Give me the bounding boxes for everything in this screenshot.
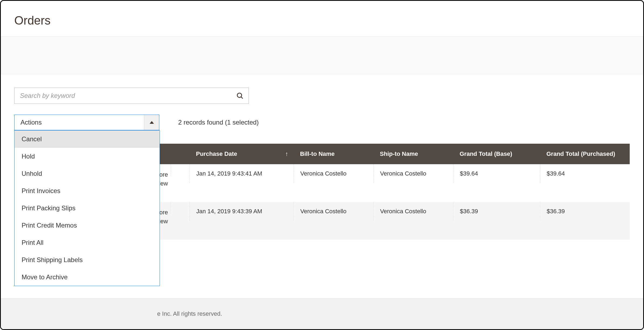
column-header-ship-to[interactable]: Ship-to Name (373, 145, 453, 163)
actions-item-print-invoices[interactable]: Print Invoices (15, 182, 160, 200)
column-header-label: Purchase Date (196, 150, 237, 157)
column-header-bill-to[interactable]: Bill-to Name (294, 145, 373, 163)
search-input[interactable] (19, 92, 236, 100)
column-header-checkbox[interactable] (171, 148, 190, 160)
actions-item-unhold[interactable]: Unhold (15, 165, 160, 182)
cell-bill-to: Veronica Costello (294, 202, 373, 221)
actions-dropdown-toggle[interactable] (144, 115, 159, 130)
actions-dropdown-menu: Cancel Hold Unhold Print Invoices Print … (14, 130, 160, 286)
svg-line-1 (241, 97, 243, 98)
cell-grand-purchased: $36.39 (540, 202, 632, 221)
cell-grand-purchased: $39.64 (540, 164, 632, 183)
footer-text: e Inc. All rights reserved. (157, 310, 222, 317)
cell-purchase-date: Jan 14, 2019 9:43:41 AM (190, 164, 294, 183)
page-title: Orders (14, 14, 630, 27)
cell-purchase-date: Jan 14, 2019 9:43:39 AM (190, 202, 294, 221)
sort-ascending-icon: ↑ (285, 150, 288, 157)
cell-checkbox[interactable] (171, 202, 190, 214)
cell-ship-to: Veronica Costello (373, 202, 453, 221)
cell-grand-base: $39.64 (453, 164, 540, 183)
actions-dropdown-label[interactable]: Actions (15, 115, 144, 130)
actions-item-hold[interactable]: Hold (15, 148, 160, 165)
actions-item-print-shipping-labels[interactable]: Print Shipping Labels (15, 251, 160, 269)
actions-item-move-to-archive[interactable]: Move to Archive (15, 269, 160, 286)
svg-point-0 (237, 93, 242, 97)
toolbar-bar (1, 36, 643, 74)
cell-ship-to: Veronica Costello (373, 164, 453, 183)
caret-up-icon (150, 121, 154, 124)
actions-item-print-all[interactable]: Print All (15, 234, 160, 251)
search-icon[interactable] (236, 92, 244, 99)
page-footer: e Inc. All rights reserved. (1, 298, 643, 329)
cell-bill-to: Veronica Costello (294, 164, 373, 183)
actions-item-cancel[interactable]: Cancel (15, 130, 160, 148)
search-box[interactable] (14, 88, 249, 104)
actions-item-print-packing-slips[interactable]: Print Packing Slips (15, 200, 160, 217)
column-header-purchase-date[interactable]: Purchase Date ↑ (190, 145, 294, 163)
actions-dropdown[interactable]: Actions Cancel Hold Unhold Print Invoice… (14, 115, 159, 130)
column-header-grand-base[interactable]: Grand Total (Base) (453, 145, 540, 163)
column-header-grand-purchased[interactable]: Grand Total (Purchased) (540, 145, 632, 163)
cell-grand-base: $36.39 (453, 202, 540, 221)
cell-checkbox[interactable] (171, 164, 190, 176)
actions-item-print-credit-memos[interactable]: Print Credit Memos (15, 217, 160, 234)
records-found-text: 2 records found (1 selected) (178, 119, 259, 126)
